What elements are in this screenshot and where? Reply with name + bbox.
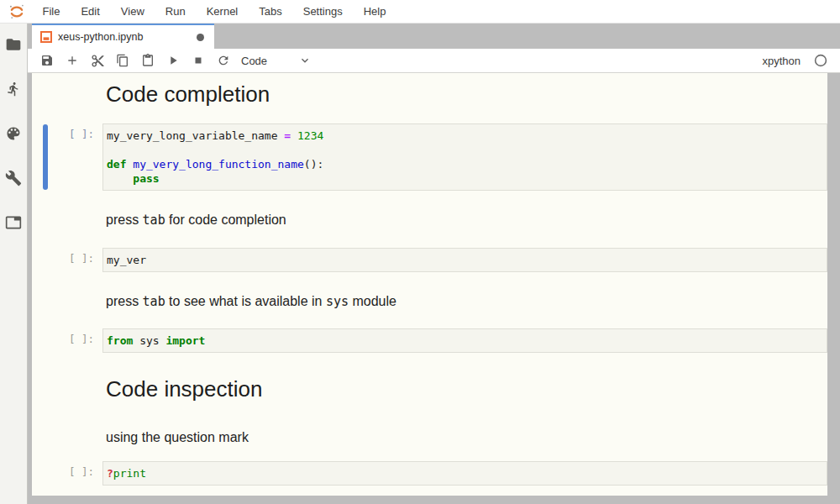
- restart-icon: [217, 54, 230, 67]
- stop-icon: [192, 55, 204, 66]
- copy-cells-button[interactable]: [110, 50, 135, 71]
- inline-code: sys: [326, 294, 349, 309]
- cell-prompt: [32, 80, 102, 108]
- markdown-cell[interactable]: Code inspection: [32, 375, 827, 403]
- markdown-text: using the question mark: [106, 430, 249, 444]
- sidebar-tab-property-inspector[interactable]: [3, 170, 24, 186]
- cell-prompt: [32, 428, 102, 446]
- sidebar-tab-command-palette[interactable]: [3, 125, 24, 142]
- run-cell-button[interactable]: [160, 50, 186, 71]
- markdown-cell[interactable]: Code completion: [32, 80, 827, 108]
- code-line: my_very_long_variable_name = 1234: [107, 129, 823, 143]
- sidebar-tab-file-browser[interactable]: [3, 36, 24, 53]
- inline-code: tab: [143, 294, 165, 309]
- markdown-text: to see what is available in: [165, 294, 326, 308]
- code-input[interactable]: my_ver: [102, 248, 827, 272]
- insert-cell-button[interactable]: [60, 50, 85, 71]
- left-sidebar: [0, 24, 28, 504]
- kernel-status-indicator[interactable]: [814, 54, 827, 67]
- markdown-paragraph: press tab for code completion: [106, 211, 827, 229]
- sidebar-tab-open-tabs[interactable]: [3, 214, 24, 231]
- code-token: sys: [133, 334, 165, 347]
- inline-code: tab: [143, 213, 165, 228]
- kernel-name[interactable]: xpython: [762, 55, 801, 67]
- markdown-cell[interactable]: press tab to see what is available in sy…: [32, 292, 827, 311]
- markdown-heading: Code inspection: [106, 375, 827, 403]
- code-cell[interactable]: [ ]: my_very_long_variable_name = 1234 d…: [32, 123, 827, 191]
- notebook-panel: Code completion [ ]: my_very_long_variab…: [32, 73, 827, 496]
- code-line: def my_very_long_function_name():: [107, 157, 823, 171]
- code-token: [107, 172, 133, 185]
- code-token: ():: [304, 158, 323, 171]
- code-line: ?print: [107, 466, 823, 480]
- jupyter-logo-icon: [8, 3, 25, 20]
- markdown-text: press: [106, 294, 143, 308]
- jupyter-logo: [8, 3, 26, 21]
- cell-prompt: [32, 211, 102, 229]
- menu-file[interactable]: File: [32, 0, 71, 23]
- code-cell[interactable]: [ ]: ?print: [32, 461, 827, 486]
- content-area: Code completion [ ]: my_very_long_variab…: [28, 73, 840, 504]
- markdown-cell[interactable]: using the question mark: [32, 428, 827, 446]
- cell-prompt: [ ]:: [32, 248, 102, 272]
- code-token: my_very_long_function_name: [133, 158, 304, 171]
- cell-type-select[interactable]: Code: [241, 54, 312, 67]
- markdown-paragraph: press tab to see what is available in sy…: [106, 292, 827, 311]
- menu-run[interactable]: Run: [155, 0, 196, 23]
- code-token: import: [165, 334, 205, 347]
- paste-cells-button[interactable]: [135, 50, 160, 71]
- markdown-text: module: [349, 294, 396, 308]
- menu-tabs[interactable]: Tabs: [249, 0, 292, 23]
- cell-prompt: [32, 292, 102, 311]
- code-token: =: [284, 129, 291, 142]
- folder-icon: [5, 36, 22, 53]
- code-token: pass: [133, 172, 159, 185]
- markdown-cell[interactable]: press tab for code completion: [32, 211, 827, 229]
- code-line: my_ver: [107, 253, 823, 267]
- markdown-text: for code completion: [165, 213, 286, 227]
- menu-view[interactable]: View: [110, 0, 155, 23]
- play-icon: [166, 54, 180, 67]
- code-input[interactable]: from sys import: [102, 328, 827, 353]
- code-token: 1234: [297, 129, 323, 142]
- cell-prompt: [ ]:: [32, 461, 102, 486]
- menu-help[interactable]: Help: [353, 0, 396, 23]
- tab-title: xeus-python.ipynb: [58, 31, 143, 43]
- markdown-text: press: [106, 213, 143, 227]
- main-area: xeus-python.ipynb: [28, 24, 840, 504]
- code-token: my_ver: [107, 254, 146, 266]
- restart-kernel-button[interactable]: [211, 50, 236, 71]
- kernel-idle-circle-icon: [814, 54, 827, 67]
- code-cell[interactable]: [ ]: from sys import: [32, 328, 827, 353]
- save-button[interactable]: [34, 50, 60, 71]
- code-cell[interactable]: [ ]: my_ver: [32, 248, 827, 272]
- notebook-icon: [40, 31, 52, 43]
- active-cell-indicator[interactable]: [43, 124, 48, 190]
- notebook-tab[interactable]: xeus-python.ipynb: [32, 24, 214, 49]
- interrupt-kernel-button[interactable]: [186, 50, 211, 71]
- tabs-icon: [5, 214, 22, 231]
- menu-edit[interactable]: Edit: [71, 0, 110, 23]
- plus-icon: [66, 54, 79, 67]
- copy-icon: [116, 54, 129, 67]
- dirty-indicator[interactable]: [197, 34, 204, 41]
- cell-prompt: [ ]:: [32, 328, 102, 353]
- sidebar-tab-running-sessions[interactable]: [3, 81, 24, 97]
- code-input[interactable]: my_very_long_variable_name = 1234 def my…: [102, 123, 827, 191]
- code-token: def: [107, 158, 126, 171]
- code-input[interactable]: ?print: [102, 461, 827, 486]
- code-line: from sys import: [107, 333, 823, 348]
- clipboard-icon: [141, 54, 155, 67]
- tab-bar: xeus-python.ipynb: [28, 24, 840, 49]
- code-token: from: [107, 334, 133, 347]
- menu-kernel[interactable]: Kernel: [196, 0, 249, 23]
- cut-cells-button[interactable]: [85, 50, 110, 71]
- code-line: pass: [107, 171, 823, 186]
- menu-bar: File Edit View Run Kernel Tabs Settings …: [0, 0, 840, 24]
- markdown-paragraph: using the question mark: [106, 428, 827, 446]
- cell-prompt: [32, 375, 102, 403]
- scissors-icon: [91, 54, 105, 68]
- save-icon: [40, 54, 54, 67]
- menu-settings[interactable]: Settings: [292, 0, 353, 23]
- code-token: my_very_long_variable_name: [107, 129, 284, 142]
